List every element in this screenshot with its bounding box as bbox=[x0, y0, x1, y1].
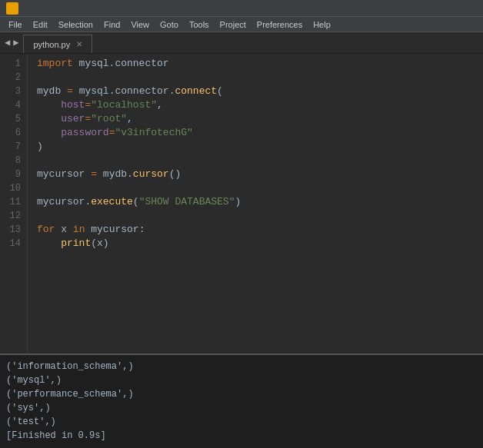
line-number-10: 10 bbox=[0, 181, 21, 195]
code-line-2 bbox=[37, 71, 483, 85]
token: ( bbox=[91, 237, 97, 251]
tab-bar: ◀ ▶ python.py ✕ bbox=[0, 32, 483, 54]
tab-python[interactable]: python.py ✕ bbox=[23, 35, 92, 53]
token: ( bbox=[133, 195, 139, 209]
menu-item-file[interactable]: File bbox=[3, 17, 28, 32]
token: mycursor: bbox=[85, 223, 145, 237]
menu-item-project[interactable]: Project bbox=[215, 17, 251, 32]
token: , bbox=[127, 112, 133, 126]
code-line-13: for x in mycursor: bbox=[37, 223, 483, 237]
token: "root" bbox=[91, 112, 127, 126]
menu-item-edit[interactable]: Edit bbox=[28, 17, 53, 32]
line-number-11: 11 bbox=[0, 195, 21, 209]
line-number-9: 9 bbox=[0, 168, 21, 181]
token: () bbox=[169, 168, 182, 181]
token: mysql.connector. bbox=[73, 85, 175, 98]
code-line-8 bbox=[37, 154, 483, 168]
token: import bbox=[37, 57, 79, 71]
menu-item-selection[interactable]: Selection bbox=[53, 17, 98, 32]
token: mycursor. bbox=[37, 195, 91, 209]
code-line-6: password="v3infotechG" bbox=[37, 126, 483, 140]
line-numbers: 1234567891011121314 bbox=[0, 54, 28, 353]
menu-item-view[interactable]: View bbox=[125, 17, 155, 32]
tab-label: python.py bbox=[33, 40, 70, 49]
menu-item-tools[interactable]: Tools bbox=[184, 17, 215, 32]
token: "v3infotechG" bbox=[115, 126, 192, 140]
output-line-4: ('test',) bbox=[6, 415, 477, 429]
title-bar bbox=[0, 0, 483, 17]
token: print bbox=[61, 237, 91, 251]
tab-close-button[interactable]: ✕ bbox=[76, 40, 82, 48]
code-line-10 bbox=[37, 181, 483, 195]
line-number-4: 4 bbox=[0, 98, 21, 112]
editor: 1234567891011121314 import mysql.connect… bbox=[0, 54, 483, 353]
code-line-1: import mysql.connector bbox=[37, 57, 483, 71]
token: = bbox=[67, 85, 73, 98]
token bbox=[37, 112, 61, 126]
token bbox=[37, 237, 61, 251]
menu-item-goto[interactable]: Goto bbox=[155, 17, 184, 32]
code-area[interactable]: import mysql.connector mydb = mysql.conn… bbox=[28, 54, 483, 353]
token: mydb bbox=[37, 85, 67, 98]
line-number-8: 8 bbox=[0, 154, 21, 168]
token: , bbox=[157, 98, 163, 112]
line-number-2: 2 bbox=[0, 71, 21, 85]
nav-right-icon[interactable]: ▶ bbox=[12, 37, 20, 48]
output-line-2: ('performance_schema',) bbox=[6, 387, 477, 401]
token: "localhost" bbox=[91, 98, 157, 112]
token: mydb. bbox=[97, 168, 133, 181]
line-number-6: 6 bbox=[0, 126, 21, 140]
menu-item-help[interactable]: Help bbox=[308, 17, 336, 32]
token: password bbox=[61, 126, 108, 140]
output-panel: ('information_schema',)('mysql',)('perfo… bbox=[0, 353, 483, 448]
token: for bbox=[37, 223, 61, 237]
token: ) bbox=[37, 140, 43, 154]
nav-left-icon[interactable]: ◀ bbox=[3, 37, 12, 48]
code-line-4: host="localhost", bbox=[37, 98, 483, 112]
token: connect bbox=[175, 85, 217, 98]
token: host bbox=[61, 98, 85, 112]
token: = bbox=[91, 168, 97, 181]
token: "SHOW DATABASES" bbox=[139, 195, 235, 209]
code-line-9: mycursor = mydb.cursor() bbox=[37, 168, 483, 181]
line-number-3: 3 bbox=[0, 85, 21, 98]
line-number-12: 12 bbox=[0, 209, 21, 223]
token: in bbox=[73, 223, 85, 237]
token: mysql.connector bbox=[79, 57, 169, 71]
token: = bbox=[85, 98, 91, 112]
token bbox=[37, 98, 61, 112]
token: mycursor bbox=[37, 168, 91, 181]
token: user bbox=[61, 112, 85, 126]
output-line-0: ('information_schema',) bbox=[6, 360, 477, 373]
app-icon bbox=[6, 2, 18, 15]
code-line-14: print(x) bbox=[37, 237, 483, 251]
line-number-13: 13 bbox=[0, 223, 21, 237]
token: cursor bbox=[133, 168, 169, 181]
line-number-1: 1 bbox=[0, 57, 21, 71]
code-line-3: mydb = mysql.connector.connect( bbox=[37, 85, 483, 98]
nav-arrows: ◀ ▶ bbox=[0, 32, 23, 53]
code-line-11: mycursor.execute("SHOW DATABASES") bbox=[37, 195, 483, 209]
line-number-5: 5 bbox=[0, 112, 21, 126]
output-line-3: ('sys',) bbox=[6, 401, 477, 415]
output-line-5: [Finished in 0.9s] bbox=[6, 429, 477, 443]
code-line-5: user="root", bbox=[37, 112, 483, 126]
menu-item-find[interactable]: Find bbox=[98, 17, 125, 32]
token: ) bbox=[103, 237, 109, 251]
line-number-14: 14 bbox=[0, 237, 21, 251]
menu-bar: FileEditSelectionFindViewGotoToolsProjec… bbox=[0, 17, 483, 32]
token: ( bbox=[217, 85, 223, 98]
token bbox=[37, 126, 61, 140]
token: x bbox=[97, 237, 103, 251]
token: = bbox=[85, 112, 91, 126]
token: = bbox=[109, 126, 115, 140]
line-number-7: 7 bbox=[0, 140, 21, 154]
code-line-7: ) bbox=[37, 140, 483, 154]
token: ) bbox=[235, 195, 241, 209]
output-line-1: ('mysql',) bbox=[6, 373, 477, 387]
token: x bbox=[61, 223, 73, 237]
token: execute bbox=[91, 195, 133, 209]
menu-item-preferences[interactable]: Preferences bbox=[251, 17, 308, 32]
code-line-12 bbox=[37, 209, 483, 223]
